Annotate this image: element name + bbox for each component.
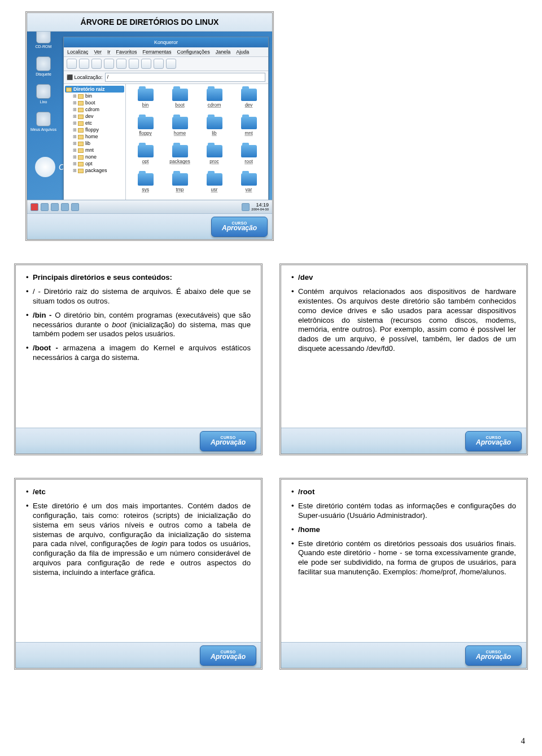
slide-title: ÁRVORE DE DIRETÓRIOS DO LINUX [27,13,272,32]
body-root: Este diretório contém todas as informaçõ… [291,502,516,521]
tree-item: ⊞mnt [65,147,124,153]
folder-icon[interactable]: var [233,173,265,198]
folder-icon[interactable]: sys [129,173,161,198]
desktop-icon-disquete[interactable]: Disquete [30,56,56,76]
tree-item: ⊞cdrom [65,106,124,113]
toolbar-fwd[interactable] [79,59,89,69]
folder-icon[interactable]: root [233,145,265,170]
aprovacao-button: CURSO Aprovação [200,645,256,666]
tray-icon[interactable] [242,203,250,211]
toolbar-stop[interactable] [129,59,139,69]
tree-item: ⊞packages [65,167,124,174]
taskbar-icon[interactable] [51,203,59,211]
tree-item: ⊞floppy [65,126,124,133]
taskbar: 14:19 2004-04-30 [27,200,272,213]
slide-footer: CURSO Aprovação [281,428,526,454]
slide-footer: CURSO Aprovação [27,213,272,239]
heading: Principais diretórios e seus conteúdos: [26,273,251,283]
folder-icon[interactable]: tmp [164,173,196,198]
slide-footer: CURSO Aprovação [16,642,261,668]
body-dev: Contém arquivos relacionados aos disposi… [291,287,516,354]
toolbar-view1[interactable] [141,59,151,69]
tree-item: ⊞bin [65,93,124,99]
toolbar-view3[interactable] [166,59,176,69]
folder-icon[interactable]: boot [164,89,196,113]
menu-ver[interactable]: Ver [94,49,102,55]
clock: 14:19 2004-04-30 [251,203,269,211]
toolbar [64,57,268,71]
title-etc: /etc [26,487,251,497]
menu-ir[interactable]: Ir [107,49,111,55]
aprovacao-button: CURSO Aprovação [211,217,268,237]
folder-icon[interactable]: cdrom [198,89,230,113]
slide-4: /etc Este diretório é um dos mais import… [14,478,263,670]
folder-icon[interactable]: usr [198,173,230,198]
toolbar-home[interactable] [104,59,114,69]
directory-tree[interactable]: Diretório raiz ⊞bin ⊞boot ⊞cdrom ⊞dev ⊞e… [64,84,126,200]
folder-icon[interactable]: floppy [129,117,161,142]
menu-favoritos[interactable]: Favoritos [116,49,137,55]
aprovacao-button: CURSO Aprovação [200,431,256,451]
tree-item: ⊞home [65,133,124,140]
location-input[interactable] [105,73,265,82]
slide-3: /dev Contém arquivos relacionados aos di… [279,263,528,455]
start-button[interactable] [30,203,38,211]
folder-icon[interactable]: opt [129,145,161,170]
menu-janela[interactable]: Janela [216,49,231,55]
tree-item: ⊞boot [65,99,124,106]
folder-icon[interactable]: lib [198,117,230,142]
menu-ferramentas[interactable]: Ferramentas [143,49,172,55]
folder-icon[interactable]: bin [129,89,161,113]
menu-configuracoes[interactable]: Configurações [177,49,210,55]
slide-2: Principais diretórios e seus conteúdos: … [14,263,263,455]
slide-5: /root Este diretório contém todas as inf… [279,478,528,670]
title-home: /home [291,525,516,535]
item-boot: /boot - armazena a imagem do Kernel e ar… [26,344,251,363]
tree-item: ⊞etc [65,120,124,126]
window-titlebar: Konqueror [64,37,268,47]
folder-icon[interactable]: dev [233,89,265,113]
item-root: / - Diretório raiz do sistema de arquivo… [26,287,251,306]
taskbar-icon[interactable] [61,203,69,211]
slide-1: ÁRVORE DE DIRETÓRIOS DO LINUX CD-ROM Dis… [25,11,274,241]
slide-footer: CURSO Aprovação [16,428,261,454]
title-root: /root [291,487,516,497]
tree-item: ⊞none [65,153,124,160]
desktop-icon-cdrom[interactable]: CD-ROM [30,29,56,49]
location-label: ⬛ Localização: [67,74,103,80]
taskbar-icon[interactable] [41,203,49,211]
page-number: 4 [521,736,526,746]
item-bin: /bin - O diretório bin, contém programas… [26,311,251,340]
tree-item: ⊞opt [65,160,124,167]
taskbar-icon[interactable] [71,203,79,211]
folder-icon[interactable]: home [164,117,196,142]
icon-pane[interactable]: bin boot cdrom dev floppy home lib mnt o… [126,84,268,200]
folder-icon[interactable]: mnt [233,117,265,142]
aprovacao-button: CURSO Aprovação [465,431,522,451]
desktop-icon-lixo[interactable]: Lixo [30,84,56,104]
location-bar: ⬛ Localização: [64,71,268,84]
toolbar-reload[interactable] [116,59,126,69]
title-dev: /dev [291,273,516,283]
tree-item: ⊞dev [65,113,124,120]
body-home: Este diretório contém os diretórios pess… [291,539,516,578]
konqueror-window: Konqueror Localizaç Ver Ir Favoritos Fer… [63,37,269,200]
aprovacao-button: CURSO Aprovação [465,645,522,666]
slide-footer: CURSO Aprovação [281,642,526,668]
desktop-icons: CD-ROM Disquete Lixo Meus Arquivos [30,29,56,139]
tree-root[interactable]: Diretório raiz [65,86,124,93]
desktop-icon-arquivos[interactable]: Meus Arquivos [30,112,56,131]
desktop: ÁRVORE DE DIRETÓRIOS DO LINUX CD-ROM Dis… [27,13,272,213]
body-etc: Este diretório é um dos mais importantes… [26,502,251,578]
menu-ajuda[interactable]: Ajuda [236,49,249,55]
folder-icon[interactable]: proc [198,145,230,170]
menu-localizacao[interactable]: Localizaç [67,49,89,55]
toolbar-back[interactable] [67,59,77,69]
tree-item: ⊞lib [65,140,124,147]
toolbar-view2[interactable] [154,59,164,69]
toolbar-up[interactable] [91,59,102,69]
menubar: Localizaç Ver Ir Favoritos Ferramentas C… [64,47,268,57]
folder-icon[interactable]: packages [164,145,196,170]
